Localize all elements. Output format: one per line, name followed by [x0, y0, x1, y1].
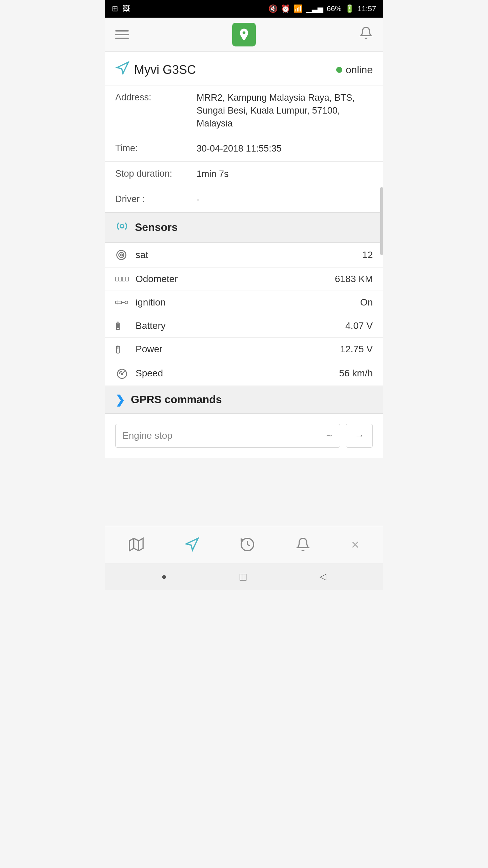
address-row: Address: MRR2, Kampung Malaysia Raya, BT… [105, 85, 383, 136]
scrollbar[interactable] [380, 187, 383, 255]
gprs-title: GPRS commands [131, 393, 222, 406]
online-status-label: online [346, 64, 373, 76]
battery-small-icon [115, 321, 136, 331]
sensor-name-ignition: ignition [136, 297, 360, 308]
battery-level: 66% [327, 4, 342, 13]
time-row: Time: 30-04-2018 11:55:35 [105, 136, 383, 161]
info-section: Address: MRR2, Kampung Malaysia Raya, BT… [105, 85, 383, 212]
svg-rect-15 [117, 324, 119, 328]
stop-duration-value: 1min 7s [197, 168, 373, 181]
svg-point-20 [121, 373, 123, 375]
close-panel-button[interactable]: × [345, 534, 366, 556]
svg-point-4 [120, 254, 122, 256]
android-nav-bar: ● ◫ ◁ [105, 563, 383, 590]
android-back-button[interactable]: ◁ [320, 571, 326, 582]
power-icon [115, 344, 136, 354]
vehicle-status: online [336, 64, 373, 76]
time-value: 30-04-2018 11:55:35 [197, 142, 373, 155]
app-logo [232, 23, 256, 46]
driver-label: Driver : [115, 193, 197, 204]
odometer-icon [115, 274, 136, 284]
location-pin-icon [237, 27, 251, 42]
send-arrow-icon: → [354, 430, 364, 441]
sensor-row-odometer: Odometer 6183 KM [105, 268, 383, 291]
svg-rect-8 [126, 277, 128, 281]
svg-point-3 [119, 252, 124, 257]
status-bar-left: ⊞ 🖼 [112, 4, 130, 13]
sensor-row-ignition: ignition On [105, 291, 383, 314]
svg-rect-9 [116, 301, 122, 304]
notification-bell-button[interactable] [359, 26, 373, 43]
battery-icon: 🔋 [345, 4, 354, 13]
wifi-icon: 📶 [293, 4, 303, 13]
vehicle-navigation-icon [115, 61, 129, 78]
sensor-value-sat: 12 [362, 250, 373, 260]
sensor-value-odometer: 6183 KM [335, 274, 373, 284]
sensors-section-header: Sensors [105, 212, 383, 243]
hamburger-menu-button[interactable] [115, 30, 129, 39]
svg-rect-6 [119, 277, 122, 281]
online-status-dot [336, 67, 342, 73]
sensor-row-sat: sat 12 [105, 243, 383, 268]
sensor-name-battery: Battery [136, 320, 345, 331]
stop-duration-label: Stop duration: [115, 168, 197, 179]
svg-marker-24 [186, 538, 198, 550]
command-section: Engine stop ∼ → [105, 414, 383, 458]
vehicle-title: Myvi G3SC [115, 61, 196, 78]
svg-point-11 [125, 301, 128, 304]
sensor-name-odometer: Odometer [136, 274, 335, 284]
bottom-nav-history[interactable] [233, 534, 262, 555]
sensor-value-ignition: On [360, 297, 373, 308]
clock-time: 11:57 [358, 4, 376, 13]
dropdown-arrow-icon: ∼ [326, 430, 333, 441]
sensor-value-power: 12.75 V [340, 344, 373, 355]
alarm-icon: ⏰ [281, 4, 290, 13]
svg-rect-7 [122, 277, 125, 281]
sensors-title: Sensors [135, 221, 178, 234]
main-content: Myvi G3SC online Address: MRR2, Kampung … [105, 52, 383, 526]
driver-row: Driver : - [105, 187, 383, 212]
sensors-icon [115, 219, 129, 236]
bottom-nav-map[interactable] [122, 534, 150, 555]
gprs-expand-icon[interactable]: ❯ [115, 393, 125, 407]
image-icon: 🖼 [123, 4, 130, 13]
driver-value: - [197, 193, 373, 206]
sensor-row-power: Power 12.75 V [105, 338, 383, 361]
android-recents-button[interactable]: ◫ [239, 571, 247, 582]
nav-bar [105, 18, 383, 52]
bottom-nav-location[interactable] [178, 534, 206, 555]
bottom-nav-alerts[interactable] [289, 534, 317, 555]
status-bar-right: 🔇 ⏰ 📶 ▁▃▅ 66% 🔋 11:57 [268, 4, 376, 13]
sensor-value-battery: 4.07 V [345, 320, 373, 331]
sensor-name-speed: Speed [136, 368, 339, 379]
signal-icon: ▁▃▅ [306, 4, 323, 13]
svg-marker-21 [129, 538, 143, 551]
engine-stop-dropdown[interactable]: Engine stop ∼ [115, 424, 340, 448]
time-label: Time: [115, 142, 197, 154]
send-command-button[interactable]: → [346, 424, 373, 448]
vehicle-header: Myvi G3SC online [105, 52, 383, 85]
sensor-value-speed: 56 km/h [339, 368, 373, 379]
svg-point-2 [117, 250, 126, 259]
gprs-section-header: ❯ GPRS commands [105, 386, 383, 414]
close-icon: × [351, 537, 359, 552]
svg-rect-5 [116, 277, 118, 281]
whatsapp-icon: ⊞ [112, 4, 118, 13]
speed-icon [115, 367, 136, 379]
vehicle-name: Myvi G3SC [134, 63, 196, 77]
svg-marker-0 [117, 62, 128, 74]
mute-icon: 🔇 [268, 4, 278, 13]
android-home-button[interactable]: ● [162, 571, 167, 582]
satellite-icon [115, 249, 136, 261]
ignition-icon [115, 297, 136, 308]
engine-stop-label: Engine stop [122, 430, 172, 441]
empty-content-area [105, 458, 383, 526]
sensor-row-battery: Battery 4.07 V [105, 314, 383, 338]
sensor-name-power: Power [136, 344, 340, 355]
status-bar: ⊞ 🖼 🔇 ⏰ 📶 ▁▃▅ 66% 🔋 11:57 [105, 0, 383, 18]
sensor-row-speed: Speed 56 km/h [105, 361, 383, 386]
stop-duration-row: Stop duration: 1min 7s [105, 161, 383, 187]
bottom-nav: × [105, 526, 383, 563]
svg-point-1 [120, 224, 124, 228]
address-label: Address: [115, 92, 197, 103]
